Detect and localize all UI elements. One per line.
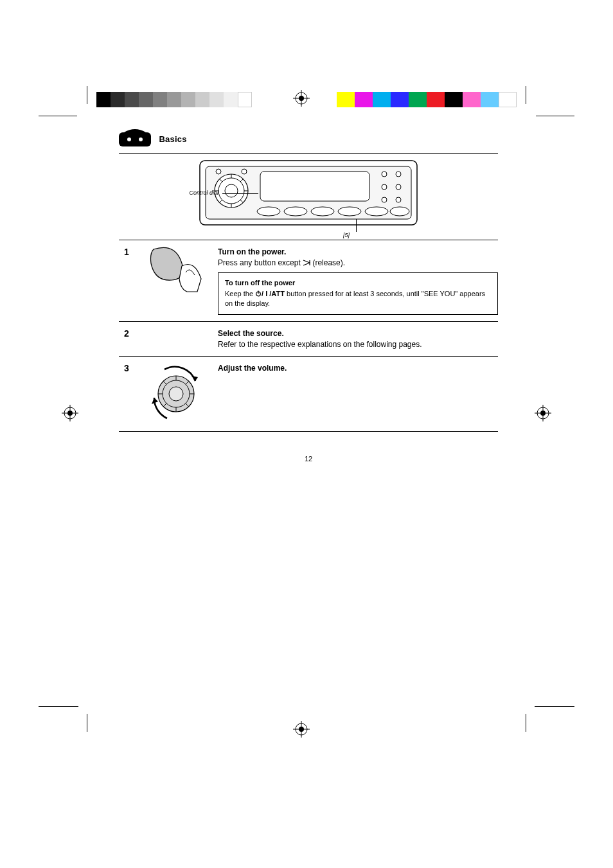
- divider: [119, 153, 498, 154]
- step-row: 1 Turn on the power. Press any button ex…: [119, 240, 498, 321]
- bottom-crop-marks: [0, 710, 613, 748]
- svg-rect-21: [260, 172, 369, 201]
- registration-mark-icon: [293, 90, 310, 107]
- svg-point-42: [284, 207, 307, 216]
- svg-point-39: [382, 197, 387, 202]
- car-stereo-illustration: [199, 160, 418, 231]
- svg-point-34: [242, 169, 247, 174]
- color-bar: [337, 92, 517, 107]
- step-title: Adjust the volume.: [218, 364, 287, 373]
- svg-point-46: [390, 207, 409, 216]
- svg-point-45: [365, 207, 388, 216]
- step-title: Select the source.: [218, 329, 284, 338]
- step-body: Refer to the respective explanations on …: [218, 340, 422, 349]
- step-graphic: [141, 247, 211, 296]
- top-crop-marks: [0, 90, 613, 116]
- device-diagram: Control dial [5]: [119, 160, 498, 233]
- page-number: 12: [119, 455, 498, 463]
- svg-point-18: [139, 137, 143, 141]
- svg-rect-16: [119, 132, 151, 146]
- grayscale-bar: [96, 92, 252, 107]
- svg-point-54: [169, 387, 183, 401]
- diagram-callout-control-dial: Control dial: [180, 190, 218, 196]
- release-arrow-icon: [303, 260, 310, 266]
- registration-mark-icon: [62, 405, 78, 421]
- diagram-callout-button-5: [5]: [343, 232, 350, 238]
- svg-point-44: [338, 207, 361, 216]
- note-body-prefix: Keep the: [225, 290, 255, 297]
- step-number: 1: [119, 247, 134, 257]
- power-att-icon: / I /ATT: [255, 290, 287, 297]
- leader-line: [356, 219, 357, 232]
- svg-point-38: [396, 184, 401, 190]
- crop-mark: [39, 706, 78, 707]
- leader-line: [222, 193, 258, 194]
- crop-mark: [87, 714, 87, 732]
- svg-point-41: [257, 207, 280, 216]
- step-number: 3: [119, 363, 134, 373]
- crop-mark: [536, 116, 574, 116]
- step-row: 2 Select the source. Refer to the respec…: [119, 321, 498, 357]
- crop-mark: [535, 706, 574, 707]
- speaker-icon: [119, 128, 151, 149]
- crop-mark: [526, 86, 526, 104]
- svg-point-35: [382, 172, 387, 177]
- note-title: To turn off the power: [225, 278, 491, 288]
- note-box: To turn off the power Keep the / I /ATT …: [218, 272, 498, 315]
- svg-point-36: [396, 172, 401, 177]
- crop-mark: [39, 116, 77, 116]
- press-button-illustration: [150, 247, 202, 293]
- svg-point-17: [127, 137, 131, 141]
- section-header: Basics: [119, 128, 498, 149]
- step-title: Turn on the power.: [218, 247, 286, 256]
- step-row: 3: [119, 356, 498, 432]
- section-title: Basics: [159, 134, 186, 144]
- rotate-dial-illustration: [145, 363, 207, 422]
- step-number: 2: [119, 328, 134, 339]
- step-release-label: (release): [312, 258, 342, 267]
- svg-point-40: [396, 197, 401, 202]
- step-body-prefix: Press any button except: [218, 258, 303, 267]
- crop-mark: [87, 86, 87, 104]
- step-graphic: [141, 363, 211, 425]
- crop-mark: [526, 714, 526, 732]
- svg-point-24: [225, 184, 238, 197]
- svg-point-43: [311, 207, 334, 216]
- step-body-suffix: .: [343, 258, 345, 267]
- registration-mark-icon: [535, 405, 551, 421]
- svg-point-33: [216, 169, 221, 174]
- svg-point-37: [382, 184, 387, 190]
